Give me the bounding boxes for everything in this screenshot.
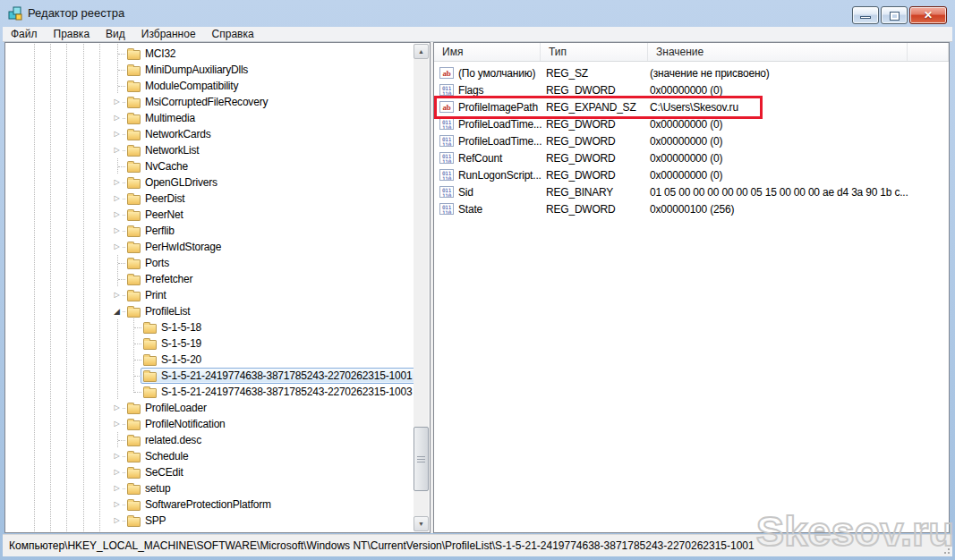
tree-item[interactable]: ProfileLoader xyxy=(124,400,210,416)
expand-arrow-icon[interactable]: ▷ xyxy=(111,400,123,416)
value-type: REG_SZ xyxy=(541,67,649,80)
tree-item[interactable]: PeerDist xyxy=(124,191,188,207)
tree-item[interactable]: Perflib xyxy=(124,223,178,239)
tree-row: ▷setup xyxy=(6,480,414,496)
tree-item[interactable]: S-1-5-18 xyxy=(141,319,205,335)
value-type: REG_DWORD xyxy=(541,118,649,131)
menu-help[interactable]: Справка xyxy=(204,27,262,42)
expand-arrow-icon[interactable]: ▷ xyxy=(111,239,123,255)
folder-icon xyxy=(127,50,141,60)
folder-icon xyxy=(127,98,141,108)
expand-arrow-icon[interactable]: ▷ xyxy=(111,223,123,239)
tree-item[interactable]: PeerNet xyxy=(124,207,187,223)
registry-value-row[interactable]: ab(По умолчанию)REG_SZ(значение не присв… xyxy=(435,64,948,81)
column-header-spare[interactable] xyxy=(908,43,949,61)
column-header-name[interactable]: Имя xyxy=(434,43,541,61)
registry-value-row[interactable]: 011110RefCountREG_DWORD0x00000000 (0) xyxy=(435,149,948,166)
tree-item[interactable]: S-1-5-21-2419774638-3871785243-227026231… xyxy=(141,368,414,384)
tree-item[interactable]: Print xyxy=(124,287,170,303)
tree-item[interactable]: MsiCorruptedFileRecovery xyxy=(124,94,271,110)
tree-item[interactable]: NetworkCards xyxy=(124,126,215,142)
scroll-up-icon[interactable]: ▲ xyxy=(414,44,429,59)
expand-arrow-icon[interactable]: ▷ xyxy=(111,480,123,496)
registry-value-row[interactable]: 011110SidREG_BINARY01 05 00 00 00 00 00 … xyxy=(435,183,948,200)
tree-item[interactable]: ModuleCompatibility xyxy=(124,78,242,94)
tree-item[interactable]: Schedule xyxy=(124,448,192,464)
tree-item[interactable]: ProfileNotification xyxy=(124,416,229,432)
tree-item[interactable]: SeCEdit xyxy=(124,464,187,480)
expand-arrow-icon[interactable]: ▷ xyxy=(111,126,123,142)
tree-row: ▷ProfileNotification xyxy=(6,416,414,432)
tree-item[interactable]: MiniDumpAuxiliaryDlls xyxy=(124,62,252,78)
tree-item[interactable]: Superfetch xyxy=(124,529,199,531)
tree-scrollbar[interactable]: ▲ ▼ xyxy=(414,44,429,531)
tree-row: ▷SPP xyxy=(6,513,414,529)
value-name: State xyxy=(458,203,482,216)
expand-arrow-icon[interactable]: ▷ xyxy=(111,496,123,513)
tree-item[interactable]: SPP xyxy=(124,513,169,529)
registry-value-row[interactable]: 011110ProfileLoadTime...REG_DWORD0x00000… xyxy=(435,132,948,149)
collapse-arrow-icon[interactable]: ◢ xyxy=(111,303,123,319)
tree-item[interactable]: Ports xyxy=(124,255,173,271)
menu-favorites[interactable]: Избранное xyxy=(133,27,204,42)
expand-arrow-icon[interactable]: ▷ xyxy=(111,207,123,223)
folder-icon xyxy=(127,211,141,221)
tree-item[interactable]: Prefetcher xyxy=(124,271,196,287)
resize-grip-icon[interactable] xyxy=(940,544,951,555)
tree-item-label: setup xyxy=(145,482,170,495)
expand-arrow-icon[interactable]: ▷ xyxy=(111,464,123,480)
tree-item[interactable]: related.desc xyxy=(124,432,205,448)
tree-item[interactable]: NvCache xyxy=(124,158,192,174)
tree-item[interactable]: NetworkList xyxy=(124,142,202,158)
column-header-value[interactable]: Значение xyxy=(648,43,908,61)
title-bar[interactable]: Редактор реестра ✕ xyxy=(0,0,955,27)
expand-arrow-icon[interactable]: ▷ xyxy=(111,529,123,531)
expand-arrow-icon[interactable]: ▷ xyxy=(111,110,123,126)
tree-item-label: ProfileLoader xyxy=(145,402,207,414)
expand-arrow-icon[interactable]: ▷ xyxy=(111,287,123,303)
expand-arrow-icon[interactable]: ▷ xyxy=(111,416,123,432)
tree-item[interactable]: OpenGLDrivers xyxy=(124,174,221,191)
minimize-button[interactable] xyxy=(852,6,879,24)
expand-arrow-icon[interactable]: ▷ xyxy=(111,448,123,464)
expand-arrow-icon[interactable]: ▷ xyxy=(111,513,123,529)
column-header-type[interactable]: Тип xyxy=(541,43,648,61)
expand-arrow-icon[interactable]: ▷ xyxy=(111,174,123,191)
tree-item[interactable]: S-1-5-20 xyxy=(141,352,205,368)
tree-item[interactable]: PerHwIdStorage xyxy=(124,239,225,255)
folder-icon xyxy=(127,243,141,253)
scroll-down-icon[interactable]: ▼ xyxy=(414,516,429,531)
tree-item-label: NetworkList xyxy=(145,144,199,157)
tree-item-label: Multimedia xyxy=(145,112,195,124)
tree-item[interactable]: S-1-5-21-2419774638-3871785243-227026231… xyxy=(141,384,414,400)
expand-arrow-icon[interactable]: ▷ xyxy=(111,142,123,158)
tree-item[interactable]: setup xyxy=(124,480,174,496)
menu-view[interactable]: Вид xyxy=(98,27,133,42)
tree-item-label: ModuleCompatibility xyxy=(145,80,238,92)
folder-icon xyxy=(127,437,141,446)
tree-item[interactable]: Multimedia xyxy=(124,110,199,126)
value-data: 0x00000000 (0) xyxy=(649,135,948,148)
maximize-button[interactable] xyxy=(881,6,908,24)
tree-item[interactable]: MCI32 xyxy=(124,46,179,62)
tree-row: S-1-5-20 xyxy=(6,352,414,368)
folder-icon xyxy=(127,308,141,318)
tree-row: ▷Schedule xyxy=(6,448,414,464)
expand-arrow-icon[interactable]: ▷ xyxy=(111,191,123,207)
tree-item[interactable]: SoftwareProtectionPlatform xyxy=(124,496,275,513)
tree-item-label: PeerNet xyxy=(145,208,183,221)
menu-edit[interactable]: Правка xyxy=(46,27,98,42)
value-data: 0x00000000 (0) xyxy=(649,84,948,97)
menu-file[interactable]: Файл xyxy=(3,27,46,42)
binary-bits: 110 xyxy=(440,193,453,199)
tree-item[interactable]: S-1-5-19 xyxy=(141,335,205,352)
scrollbar-thumb[interactable] xyxy=(414,427,429,491)
registry-tree-panel: MCI32MiniDumpAuxiliaryDllsModuleCompatib… xyxy=(4,42,431,533)
close-button[interactable]: ✕ xyxy=(909,6,947,24)
tree-item-label: NvCache xyxy=(145,160,188,173)
tree-row: ▷PeerDist xyxy=(6,191,414,207)
registry-value-row[interactable]: 011110RunLogonScript...REG_DWORD0x000000… xyxy=(435,166,948,183)
registry-value-row[interactable]: 011110StateREG_DWORD0x00000100 (256) xyxy=(435,200,948,217)
expand-arrow-icon[interactable]: ▷ xyxy=(111,94,123,110)
tree-item[interactable]: ProfileList xyxy=(124,303,194,319)
